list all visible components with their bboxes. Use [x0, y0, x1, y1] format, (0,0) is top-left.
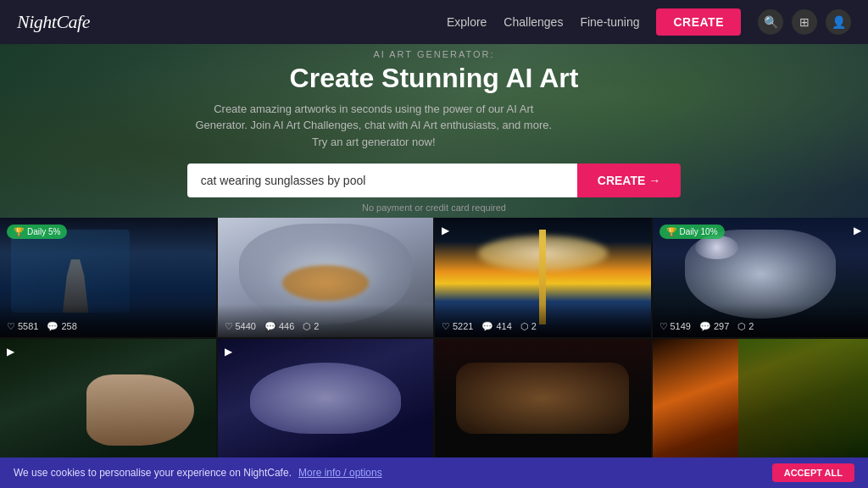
- search-icon[interactable]: 🔍: [758, 9, 783, 35]
- no-payment-notice: No payment or credit card required: [187, 202, 681, 213]
- gallery-stats: ♡ 5581 💬 258: [0, 304, 216, 337]
- search-bar: CREATE →: [187, 164, 681, 197]
- hero-description: Create amazing artworks in seconds using…: [187, 101, 560, 151]
- hero-content: AI ART GENERATOR: Create Stunning AI Art…: [187, 49, 681, 214]
- video-icon: ▶: [854, 225, 861, 236]
- logo[interactable]: NightCafe: [17, 11, 90, 33]
- search-input[interactable]: [187, 164, 577, 197]
- user-avatar[interactable]: 👤: [826, 9, 851, 35]
- grid-icon[interactable]: ⊞: [792, 9, 817, 35]
- remixes-stat: ⬡ 2: [520, 321, 537, 332]
- gallery-item[interactable]: ▶: [0, 339, 216, 458]
- likes-stat: ♡ 5440: [225, 321, 256, 332]
- nav-links: Explore Challenges Fine-tuning CREATE 🔍 …: [447, 8, 851, 36]
- search-create-button[interactable]: CREATE →: [577, 164, 681, 197]
- daily-badge: 🏆 Daily 10%: [659, 225, 725, 239]
- trophy-icon: 🏆: [666, 227, 676, 236]
- nav-explore[interactable]: Explore: [447, 15, 487, 29]
- gallery-item[interactable]: [435, 339, 651, 458]
- comments-stat: 💬 258: [47, 321, 76, 332]
- comments-stat: 💬 446: [264, 321, 294, 332]
- gallery-stats: ♡ 5221 💬 414 ⬡ 2: [435, 304, 651, 337]
- cookie-link[interactable]: More info / options: [298, 467, 382, 479]
- accept-cookies-button[interactable]: ACCEPT ALL: [772, 463, 854, 482]
- daily-badge: 🏆 Daily 5%: [7, 225, 67, 239]
- gallery-grid: 🏆 Daily 5% ♡ 5581 💬 258 ♡ 5440 💬 446 ⬡ 2…: [0, 218, 868, 458]
- nav-challenges[interactable]: Challenges: [504, 15, 563, 29]
- create-nav-button[interactable]: CREATE: [656, 8, 741, 36]
- likes-stat: ♡ 5221: [442, 321, 473, 332]
- gallery-item[interactable]: ▶: [218, 339, 434, 458]
- remixes-stat: ⬡ 2: [737, 321, 754, 332]
- gallery-stats: ♡ 5149 💬 297 ⬡ 2: [653, 304, 869, 337]
- comments-stat: 💬 414: [481, 321, 511, 332]
- gallery-stats: ♡ 5440 💬 446 ⬡ 2: [218, 304, 434, 337]
- gallery-item[interactable]: ▶ ♡ 5221 💬 414 ⬡ 2: [435, 218, 651, 337]
- nav-finetuning[interactable]: Fine-tuning: [580, 15, 639, 29]
- video-icon: ▶: [7, 346, 14, 358]
- gallery-item[interactable]: 🏆 Daily 10% ▶ ♡ 5149 💬 297 ⬡ 2: [653, 218, 869, 337]
- nav-icons: 🔍 ⊞ 👤: [758, 9, 851, 35]
- gallery-item[interactable]: ♡ 5440 💬 446 ⬡ 2: [218, 218, 434, 337]
- comments-stat: 💬 297: [699, 321, 729, 332]
- cookie-bar: We use cookies to personalise your exper…: [0, 458, 868, 488]
- hero-title: Create Stunning AI Art: [187, 63, 681, 94]
- remixes-stat: ⬡ 2: [303, 321, 319, 332]
- likes-stat: ♡ 5149: [659, 321, 691, 332]
- navbar: NightCafe Explore Challenges Fine-tuning…: [0, 0, 868, 44]
- cookie-message: We use cookies to personalise your exper…: [14, 467, 292, 479]
- likes-stat: ♡ 5581: [7, 321, 38, 332]
- trophy-icon: 🏆: [14, 227, 24, 236]
- gallery-item[interactable]: 🏆 Daily 5% ♡ 5581 💬 258: [0, 218, 216, 337]
- video-icon: ▶: [225, 346, 232, 358]
- gallery-item[interactable]: [653, 339, 869, 458]
- hero-section: AI ART GENERATOR: Create Stunning AI Art…: [0, 44, 868, 218]
- video-icon: ▶: [442, 225, 449, 236]
- hero-subtitle: AI ART GENERATOR:: [187, 49, 681, 59]
